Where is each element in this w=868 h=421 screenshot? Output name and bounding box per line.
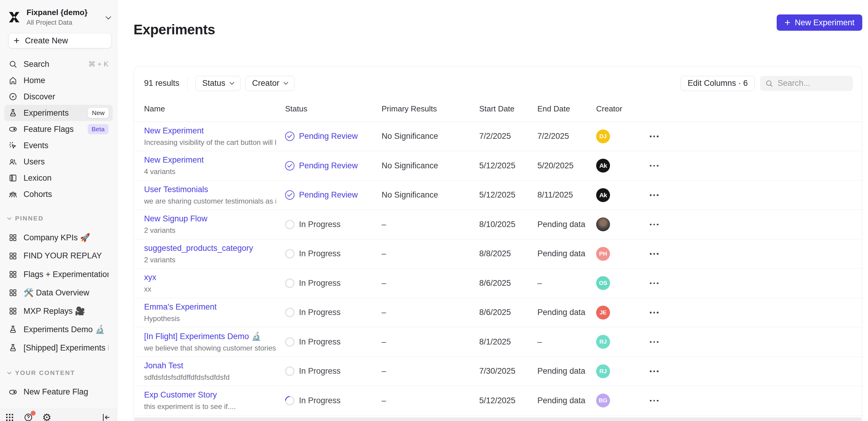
collapse-sidebar-icon[interactable] [101,413,111,421]
creator-avatar[interactable]: DJ [596,129,610,143]
row-actions-button[interactable] [646,224,862,226]
row-actions-button[interactable] [646,165,862,167]
sidebar-pinned-item[interactable]: [Shipped] Experiments Demo 🖋️ [4,338,113,357]
row-actions-button[interactable] [646,400,862,402]
end-date-cell: 7/2/2025 [537,132,596,141]
experiment-name-link[interactable]: New Experiment [144,126,276,135]
sidebar-pinned-item[interactable]: Flags + Experimentation Demo 🧪 [4,265,113,283]
status-label: In Progress [299,249,341,258]
table-header-row: Name Status Primary Results Start Date E… [134,96,862,122]
experiment-name-link[interactable]: Exp Customer Story [144,390,276,400]
sidebar-content-item[interactable]: New Feature Flag [4,383,113,401]
status-cell: In Progress [285,366,381,376]
sidebar-item-events[interactable]: Events [4,137,113,154]
dot-icon [653,370,655,372]
experiment-name-link[interactable]: User Testimonials [144,185,276,194]
app-logo-icon [7,10,21,24]
users-icon [8,157,18,166]
status-cell: In Progress [285,308,381,317]
creator-avatar[interactable]: BG [596,394,610,408]
sidebar-item-cohorts[interactable]: Cohorts [4,186,113,202]
sidebar-pinned-item[interactable]: FIND YOUR REPLAY [4,247,113,265]
sidebar-pinned-item[interactable]: MXP Replays 🎥 [4,302,113,320]
sidebar-pinned-item[interactable]: Company KPIs 🚀 [4,228,113,247]
start-date-cell: 8/1/2025 [479,337,537,347]
dot-icon [657,194,658,196]
primary-results-cell: – [381,279,479,288]
creator-avatar[interactable]: RJ [596,364,610,378]
row-actions-button[interactable] [646,283,862,284]
row-actions-button[interactable] [646,194,862,196]
status-filter-button[interactable]: Status [195,76,241,91]
sidebar-item-lexicon[interactable]: Lexicon [4,170,113,186]
sidebar-pinned-item[interactable]: Experiments Demo 🔬 [4,320,113,338]
sidebar-pinned-item[interactable]: 🛠️ Data Overview [4,283,113,302]
end-date-cell: Pending data [537,308,596,317]
status-icon [285,190,294,200]
row-actions-button[interactable] [646,341,862,343]
dot-icon [650,312,652,314]
table-toolbar: 91 results Status Creator Edit Columns ·… [134,67,862,96]
search-input[interactable] [777,78,848,88]
creator-avatar[interactable]: RJ [596,335,610,349]
creator-avatar[interactable] [596,218,610,231]
experiment-name-link[interactable]: Emma's Experiment [144,302,276,312]
new-badge: New [88,108,108,118]
row-actions-button[interactable] [646,312,862,314]
status-cell: Pending Review [285,190,381,200]
creator-cell: DJ [596,129,646,143]
sidebar-item-search[interactable]: Search ⌘ + K [4,56,113,72]
create-new-button[interactable]: + Create New [8,33,112,48]
pinned-section-header[interactable]: PINNED [0,214,117,223]
chevron-down-icon [7,370,11,374]
experiment-name-link[interactable]: suggested_products_category [144,244,276,253]
experiment-name-link[interactable]: Jonah Test [144,361,276,370]
row-actions-button[interactable] [646,370,862,372]
status-icon [285,279,294,288]
status-label: In Progress [299,337,341,347]
sidebar-item-users[interactable]: Users [4,154,113,170]
settings-gear-icon[interactable]: ⚙ [42,413,52,421]
primary-results-cell: – [381,337,479,347]
sidebar-item-home[interactable]: Home [4,72,113,89]
creator-avatar[interactable]: JE [596,306,610,320]
help-button[interactable] [24,413,33,421]
dot-icon [653,165,655,167]
horizontal-scrollbar[interactable] [134,417,861,421]
start-date-cell: 8/6/2025 [479,308,537,317]
experiment-subtitle: Increasing visibility of the cart button… [144,138,276,147]
row-actions-button[interactable] [646,253,862,255]
experiment-name-link[interactable]: New Signup Flow [144,214,276,223]
creator-avatar[interactable]: PH [596,247,610,261]
table-row: New Experiment Increasing visibility of … [134,122,862,152]
status-cell: In Progress [285,220,381,229]
dot-icon [653,253,655,255]
toggle-icon [8,125,18,134]
apps-grid-icon[interactable] [5,413,14,421]
name-cell: New Experiment Increasing visibility of … [144,126,285,147]
start-date-cell: 5/12/2025 [479,190,537,200]
creator-avatar[interactable]: Ak [596,188,610,202]
workspace-switcher[interactable]: Fixpanel {demo} All Project Data [0,0,117,30]
end-date-cell: 5/20/2025 [537,161,596,170]
creator-cell: Ak [596,159,646,172]
your-content-section-header[interactable]: YOUR CONTENT [0,368,117,377]
start-date-cell: 7/30/2025 [479,366,537,376]
new-experiment-button[interactable]: + New Experiment [777,14,862,31]
workspace-project: All Project Data [27,19,101,27]
edit-columns-button[interactable]: Edit Columns · 6 [681,76,755,91]
your-content-list: New Feature Flag [0,383,117,401]
experiment-name-link[interactable]: xyx [144,273,276,282]
start-date-cell: 5/12/2025 [479,396,537,406]
row-actions-button[interactable] [646,135,862,137]
sidebar-nav: Search ⌘ + K Home Discover Experiments N… [0,53,117,202]
sidebar-item-experiments[interactable]: Experiments New [4,105,113,121]
experiment-name-link[interactable]: New Experiment [144,155,276,165]
creator-avatar[interactable]: OS [596,276,610,290]
dot-icon [653,400,655,402]
experiment-name-link[interactable]: [In Flight] Experiments Demo 🔬 [144,331,276,341]
creator-avatar[interactable]: Ak [596,159,610,172]
sidebar-item-discover[interactable]: Discover [4,89,113,105]
sidebar-item-feature-flags[interactable]: Feature Flags Beta [4,121,113,137]
creator-filter-button[interactable]: Creator [245,76,294,91]
